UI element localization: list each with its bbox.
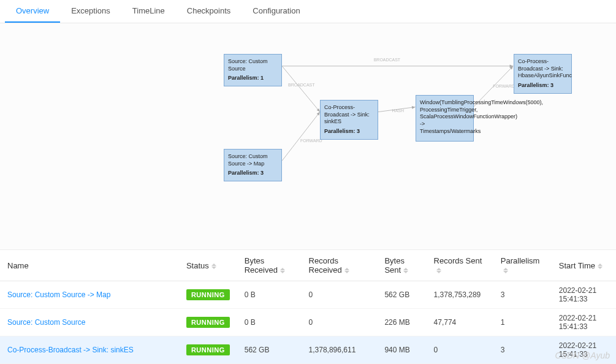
operator-link[interactable]: Source: Custom Source [7, 318, 85, 327]
col-status[interactable]: Status [179, 250, 237, 281]
node-title: Source: Custom Source [228, 58, 278, 72]
sort-icon[interactable] [503, 268, 509, 273]
cell-start_time: 2022-02-21 15:41:33 [552, 281, 616, 309]
cell-parallelism: 3 [493, 281, 552, 309]
graph-node[interactable]: Co-Process-Broadcast -> Sink: HbaseAliyu… [514, 54, 572, 94]
svg-marker-9 [510, 66, 514, 70]
tab-exceptions[interactable]: Exceptions [60, 0, 121, 23]
cell-start_time: 2022-02-21 15:41:33 [552, 336, 616, 364]
svg-text:FORWARD: FORWARD [493, 84, 515, 88]
tab-configuration[interactable]: Configuration [241, 0, 311, 23]
col-records-sent[interactable]: Records Sent [427, 250, 493, 281]
status-badge: RUNNING [186, 344, 230, 355]
node-title: Co-Process-Broadcast -> Sink: sinkES [324, 104, 374, 126]
svg-marker-1 [510, 64, 514, 67]
cell-bytes_sent: 940 MB [377, 336, 426, 364]
status-badge: RUNNING [186, 289, 230, 300]
cell-start_time: 2022-02-21 15:41:33 [552, 309, 616, 336]
cell-records_sent: 47,774 [427, 309, 493, 336]
job-graph[interactable]: BROADCASTHASHFORWARDBROADCASTFORWARD Sou… [0, 23, 616, 250]
cell-records_received: 1,378,896,611 [302, 336, 378, 364]
cell-bytes_received: 0 B [237, 281, 302, 309]
table-row[interactable]: Source: Custom SourceRUNNING0 B0226 MB47… [0, 309, 616, 336]
cell-records_received: 0 [302, 281, 378, 309]
svg-line-6 [378, 107, 416, 112]
col-bytes-sent[interactable]: Bytes Sent [377, 250, 426, 281]
sort-icon[interactable] [344, 268, 351, 273]
node-parallelism: Parallelism: 3 [228, 170, 278, 177]
svg-text:FORWARD: FORWARD [300, 138, 322, 143]
cell-bytes_received: 562 GB [237, 336, 302, 364]
sort-icon[interactable] [211, 264, 218, 269]
node-parallelism: Parallelism: 3 [518, 82, 568, 89]
graph-node[interactable]: Source: Custom SourceParallelism: 1 [224, 54, 282, 86]
col-start-time[interactable]: Start Time [552, 250, 616, 281]
graph-node[interactable]: Window(TumblingProcessingTimeWindows(500… [416, 95, 474, 142]
col-bytes-received[interactable]: Bytes Received [237, 250, 302, 281]
svg-marker-7 [412, 106, 416, 109]
tab-bar: OverviewExceptionsTimeLineCheckpointsCon… [0, 0, 616, 23]
cell-parallelism: 1 [493, 309, 552, 336]
node-parallelism: Parallelism: 3 [324, 128, 374, 135]
tab-timeline[interactable]: TimeLine [121, 0, 176, 23]
node-parallelism: Parallelism: 1 [228, 75, 278, 82]
svg-text:BROADCAST: BROADCAST [374, 58, 401, 62]
operator-link[interactable]: Co-Process-Broadcast -> Sink: sinkES [7, 346, 134, 354]
cell-bytes_sent: 226 MB [377, 309, 426, 336]
graph-node[interactable]: Source: Custom Source -> MapParallelism:… [224, 149, 282, 181]
operators-table: Name Status Bytes Received Records Recei… [0, 250, 616, 364]
graph-node[interactable]: Co-Process-Broadcast -> Sink: sinkESPara… [320, 100, 378, 140]
sort-icon[interactable] [403, 268, 409, 273]
col-records-received[interactable]: Records Received [302, 250, 378, 281]
sort-icon[interactable] [436, 268, 443, 273]
cell-parallelism: 3 [493, 336, 552, 364]
table-row[interactable]: Source: Custom Source -> MapRUNNING0 B05… [0, 281, 616, 309]
col-parallelism[interactable]: Parallelism [493, 250, 552, 281]
col-name[interactable]: Name [0, 250, 179, 281]
sort-icon[interactable] [598, 264, 604, 269]
cell-records_sent: 1,378,753,289 [427, 281, 493, 309]
tab-overview[interactable]: Overview [5, 0, 60, 23]
node-title: Source: Custom Source -> Map [228, 153, 278, 167]
cell-records_received: 0 [302, 309, 378, 336]
status-badge: RUNNING [186, 317, 230, 328]
tab-checkpoints[interactable]: Checkpoints [176, 0, 242, 23]
node-title: Co-Process-Broadcast -> Sink: HbaseAliyu… [518, 58, 568, 80]
cell-bytes_received: 0 B [237, 309, 302, 336]
table-row[interactable]: Co-Process-Broadcast -> Sink: sinkESRUNN… [0, 336, 616, 364]
svg-text:HASH: HASH [392, 108, 404, 113]
node-title: Window(TumblingProcessingTimeWindows(500… [420, 99, 470, 135]
operator-link[interactable]: Source: Custom Source -> Map [7, 290, 110, 299]
svg-text:BROADCAST: BROADCAST [288, 83, 315, 87]
svg-line-4 [282, 112, 320, 161]
sort-icon[interactable] [280, 268, 286, 273]
cell-records_sent: 0 [427, 336, 493, 364]
cell-bytes_sent: 562 GB [377, 281, 426, 309]
svg-line-2 [282, 66, 320, 112]
